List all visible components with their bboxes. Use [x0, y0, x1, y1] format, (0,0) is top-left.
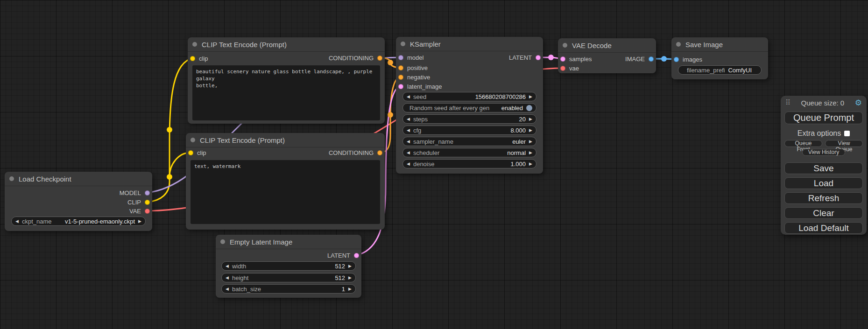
reroute-dot-image[interactable] — [661, 56, 667, 62]
view-history-button[interactable]: View History — [802, 149, 845, 156]
load-button[interactable]: Load — [784, 177, 863, 189]
positive-prompt-textarea[interactable]: beautiful scenery nature glass bottle la… — [192, 65, 380, 120]
collapse-dot[interactable] — [192, 42, 197, 47]
conditioning-port-dot[interactable] — [398, 65, 403, 70]
conditioning-port-dot[interactable] — [398, 75, 403, 80]
node-title-bar[interactable]: Load Checkpoint — [5, 172, 152, 186]
node-title-bar[interactable]: VAE Decode — [558, 38, 656, 53]
output-slot-latent[interactable]: LATENT — [327, 251, 359, 260]
widget-batch-size[interactable]: ◀ batch_size 1 ▶ — [221, 284, 356, 294]
collapse-dot[interactable] — [676, 42, 681, 47]
output-slot-latent[interactable]: LATENT — [509, 53, 541, 62]
widget-scheduler[interactable]: ◀ scheduler normal ▶ — [402, 148, 536, 157]
latent-port-dot[interactable] — [398, 84, 403, 89]
clip-port-dot[interactable] — [188, 150, 193, 155]
decrement-arrow-icon[interactable]: ◀ — [407, 117, 410, 121]
queue-prompt-button[interactable]: Queue Prompt — [784, 112, 863, 124]
node-clip-text-encode-negative[interactable]: CLIP Text Encode (Prompt) clip CONDITION… — [186, 133, 385, 230]
collapse-dot[interactable] — [191, 138, 195, 142]
node-vae-decode[interactable]: VAE Decode samples vae IMAGE — [558, 38, 656, 73]
widget-ckpt-name[interactable]: ◀ ckpt_name v1-5-pruned-emaonly.ckpt ▶ — [11, 217, 146, 226]
input-slot-model[interactable]: model — [398, 53, 423, 62]
reroute-dot-negative[interactable] — [388, 112, 393, 118]
node-title-bar[interactable]: CLIP Text Encode (Prompt) — [186, 133, 385, 147]
decrement-arrow-icon[interactable]: ◀ — [407, 162, 410, 166]
node-empty-latent-image[interactable]: Empty Latent Image LATENT ◀ width 512 ▶ … — [216, 235, 361, 298]
decrement-arrow-icon[interactable]: ◀ — [226, 264, 229, 268]
widget-steps[interactable]: ◀ steps 20 ▶ — [402, 114, 536, 124]
node-title-bar[interactable]: Empty Latent Image — [216, 235, 361, 249]
reroute-dot-clip-lower[interactable] — [167, 174, 172, 180]
increment-arrow-icon[interactable]: ▶ — [348, 287, 352, 291]
input-slot-negative[interactable]: negative — [398, 72, 430, 82]
latent-port-dot[interactable] — [560, 56, 565, 62]
increment-arrow-icon[interactable]: ▶ — [529, 162, 532, 166]
node-title-bar[interactable]: CLIP Text Encode (Prompt) — [188, 37, 385, 52]
increment-arrow-icon[interactable]: ▶ — [348, 264, 352, 268]
clip-port-dot[interactable] — [190, 56, 195, 61]
widget-denoise[interactable]: ◀ denoise 1.000 ▶ — [402, 159, 536, 168]
decrement-arrow-icon[interactable]: ◀ — [407, 95, 410, 99]
input-slot-vae[interactable]: vae — [560, 63, 579, 73]
decrement-arrow-icon[interactable]: ◀ — [407, 128, 410, 133]
vae-port-dot[interactable] — [145, 209, 150, 214]
widget-cfg[interactable]: ◀ cfg 8.000 ▶ — [402, 126, 536, 135]
widget-filename-prefix[interactable]: filename_prefix ComfyUI — [678, 65, 762, 75]
conditioning-port-dot[interactable] — [377, 56, 382, 61]
input-slot-clip[interactable]: clip — [190, 54, 208, 63]
node-title-bar[interactable]: Save Image — [671, 37, 768, 52]
output-slot-image[interactable]: IMAGE — [625, 54, 654, 63]
output-slot-clip[interactable]: CLIP — [127, 197, 150, 207]
view-queue-button[interactable]: View Queue — [825, 140, 863, 147]
output-slot-model[interactable]: MODEL — [120, 188, 150, 197]
input-slot-samples[interactable]: samples — [560, 54, 592, 63]
output-slot-conditioning[interactable]: CONDITIONING — [329, 53, 382, 63]
increment-arrow-icon[interactable]: ▶ — [138, 219, 141, 224]
clear-button[interactable]: Clear — [784, 207, 863, 219]
toggle-circle-icon[interactable] — [526, 105, 532, 111]
collapse-dot[interactable] — [220, 239, 225, 244]
load-default-button[interactable]: Load Default — [784, 222, 863, 234]
settings-gear-icon[interactable]: ⚙ — [855, 99, 862, 107]
node-load-checkpoint[interactable]: Load Checkpoint MODEL CLIP VAE ◀ ckpt_na… — [5, 172, 152, 231]
increment-arrow-icon[interactable]: ▶ — [529, 151, 532, 155]
save-button[interactable]: Save — [784, 162, 863, 174]
increment-arrow-icon[interactable]: ▶ — [529, 117, 532, 121]
reroute-dot-latent[interactable] — [548, 55, 554, 60]
model-port-dot[interactable] — [145, 190, 150, 196]
negative-prompt-textarea[interactable]: text, watermark — [191, 160, 380, 224]
decrement-arrow-icon[interactable]: ◀ — [226, 276, 229, 280]
node-ksampler[interactable]: KSampler model positive negative latent_… — [396, 37, 543, 174]
image-port-dot[interactable] — [674, 57, 679, 62]
model-port-dot[interactable] — [398, 55, 403, 60]
queue-front-button[interactable]: Queue Front — [784, 140, 822, 147]
increment-arrow-icon[interactable]: ▶ — [529, 95, 532, 99]
input-slot-clip[interactable]: clip — [188, 148, 206, 157]
widget-width[interactable]: ◀ width 512 ▶ — [221, 261, 356, 271]
conditioning-port-dot[interactable] — [377, 150, 382, 155]
drag-handle-icon[interactable]: ⠿ — [785, 98, 790, 107]
increment-arrow-icon[interactable]: ▶ — [529, 140, 532, 144]
node-save-image[interactable]: Save Image images filename_prefix ComfyU… — [671, 37, 768, 79]
image-port-dot[interactable] — [649, 56, 654, 62]
node-clip-text-encode-positive[interactable]: CLIP Text Encode (Prompt) clip CONDITION… — [188, 37, 385, 124]
decrement-arrow-icon[interactable]: ◀ — [226, 287, 229, 291]
decrement-arrow-icon[interactable]: ◀ — [407, 151, 410, 155]
reroute-dot-positive[interactable] — [388, 60, 393, 65]
collapse-dot[interactable] — [563, 43, 567, 48]
collapse-dot[interactable] — [9, 176, 14, 181]
decrement-arrow-icon[interactable]: ◀ — [407, 140, 410, 144]
widget-height[interactable]: ◀ height 512 ▶ — [221, 273, 356, 282]
latent-port-dot[interactable] — [536, 55, 541, 60]
input-slot-images[interactable]: images — [674, 55, 702, 64]
decrement-arrow-icon[interactable]: ◀ — [15, 219, 19, 224]
widget-seed[interactable]: ◀ seed 156680208700286 ▶ — [402, 92, 536, 101]
output-slot-conditioning[interactable]: CONDITIONING — [329, 148, 382, 157]
increment-arrow-icon[interactable]: ▶ — [529, 128, 532, 133]
input-slot-positive[interactable]: positive — [398, 63, 428, 72]
vae-port-dot[interactable] — [560, 66, 565, 71]
extra-options-checkbox[interactable] — [844, 131, 850, 136]
increment-arrow-icon[interactable]: ▶ — [348, 276, 352, 280]
widget-random-seed-toggle[interactable]: Random seed after every gen enabled — [402, 103, 536, 112]
node-title-bar[interactable]: KSampler — [396, 37, 543, 51]
